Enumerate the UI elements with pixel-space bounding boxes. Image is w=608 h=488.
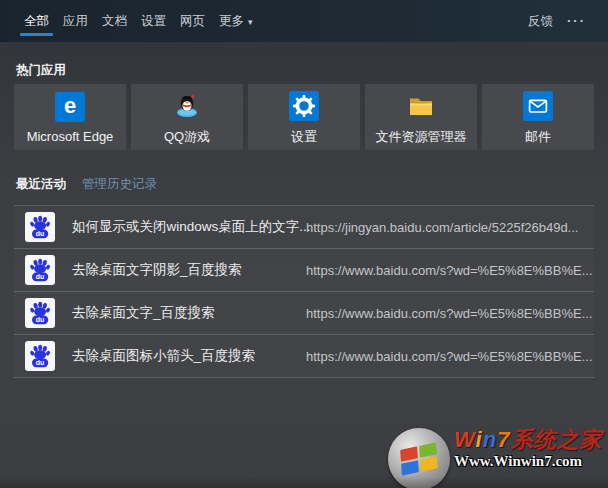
tab-apps[interactable]: 应用 [63,0,88,42]
manage-history-link[interactable]: 管理历史记录 [82,176,157,193]
chevron-down-icon: ▾ [248,17,253,27]
ellipsis-glyph: ··· [567,13,586,28]
baidu-icon: du [25,298,55,328]
recent-item-url: https://jingyan.baidu.com/article/5225f2… [306,220,578,235]
recent-item-url: https://www.baidu.com/s?wd=%E5%8E%BB%E..… [306,306,593,321]
tile-microsoft-edge[interactable]: e Microsoft Edge [14,84,126,150]
tile-settings[interactable]: 设置 [248,84,360,150]
tab-web-label: 网页 [180,14,205,28]
brand-letter: W [454,427,476,452]
tab-settings[interactable]: 设置 [141,0,166,42]
feedback-label: 反馈 [528,14,553,28]
watermark-url: Www.Winwin7.com [454,453,602,470]
tab-all[interactable]: 全部 [24,0,49,42]
recent-item-url: https://www.baidu.com/s?wd=%E5%8E%BB%E..… [306,349,593,364]
recent-activities-heading: 最近活动 [16,176,66,193]
brand-letter: i [476,427,483,452]
edge-icon: e [55,92,85,122]
more-options-icon[interactable]: ··· [567,0,586,42]
brand-cn: 系统之家 [510,427,602,452]
recent-item-row[interactable]: du 去除桌面文字_百度搜索 https://www.baidu.com/s?w… [14,292,594,335]
recent-item-row[interactable]: du 去除桌面图标小箭头_百度搜索 https://www.baidu.com/… [14,335,594,378]
tile-label: 文件资源管理器 [376,128,467,146]
baidu-icon: du [25,341,55,371]
tab-web[interactable]: 网页 [180,0,205,42]
tab-more-label: 更多 [219,14,244,28]
baidu-icon: du [25,255,55,285]
recent-activities-header: 最近活动 管理历史记录 [16,176,157,193]
mail-envelope-icon [523,91,553,121]
windows-search-panel: 全部 应用 文档 设置 网页 更多▾ 反馈 ··· 热门应用 e Microso… [0,0,608,488]
qq-games-icon [172,91,202,121]
tab-more[interactable]: 更多▾ [219,0,253,42]
tab-all-label: 全部 [24,14,49,28]
recent-item-title: 去除桌面文字_百度搜索 [72,304,215,322]
winwin7-watermark: Win7系统之家 Www.Winwin7.com [388,428,602,488]
tile-file-explorer[interactable]: 文件资源管理器 [365,84,477,150]
watermark-text: Win7系统之家 Www.Winwin7.com [454,428,602,470]
popular-apps-heading: 热门应用 [16,62,66,79]
tab-settings-label: 设置 [141,14,166,28]
recent-item-title: 去除桌面文字阴影_百度搜索 [72,261,242,279]
baidu-du-text: du [36,359,45,366]
recent-item-row[interactable]: du 去除桌面文字阴影_百度搜索 https://www.baidu.com/s… [14,249,594,292]
baidu-du-text: du [36,316,45,323]
edge-letter: e [64,95,76,117]
tab-documents-label: 文档 [102,14,127,28]
tile-label: QQ游戏 [164,128,210,146]
settings-gear-icon [289,91,319,121]
tile-qq-games[interactable]: QQ游戏 [131,84,243,150]
recent-item-row[interactable]: du 如何显示或关闭windows桌面上的文字... https://jingy… [14,206,594,249]
recent-activities-list: du 如何显示或关闭windows桌面上的文字... https://jingy… [14,205,594,378]
windows-logo-icon [388,428,450,488]
tile-label: Microsoft Edge [27,129,114,144]
feedback-button[interactable]: 反馈 [528,0,553,42]
baidu-du-text: du [36,230,45,237]
tile-mail[interactable]: 邮件 [482,84,594,150]
tile-label: 邮件 [525,128,551,146]
tab-documents[interactable]: 文档 [102,0,127,42]
watermark-brand: Win7系统之家 [454,428,602,452]
brand-letter: n [483,427,497,452]
tile-label: 设置 [291,128,317,146]
file-explorer-folder-icon [406,91,436,121]
search-tabbar: 全部 应用 文档 设置 网页 更多▾ 反馈 ··· [0,0,608,42]
recent-item-title: 去除桌面图标小箭头_百度搜索 [72,347,255,365]
recent-item-url: https://www.baidu.com/s?wd=%E5%8E%BB%E..… [306,263,593,278]
brand-letter: 7 [497,427,510,452]
recent-item-title: 如何显示或关闭windows桌面上的文字... [72,218,311,236]
baidu-icon: du [25,212,55,242]
tab-apps-label: 应用 [63,14,88,28]
baidu-du-text: du [36,273,45,280]
popular-apps-tiles: e Microsoft Edge QQ游戏 [14,84,594,150]
